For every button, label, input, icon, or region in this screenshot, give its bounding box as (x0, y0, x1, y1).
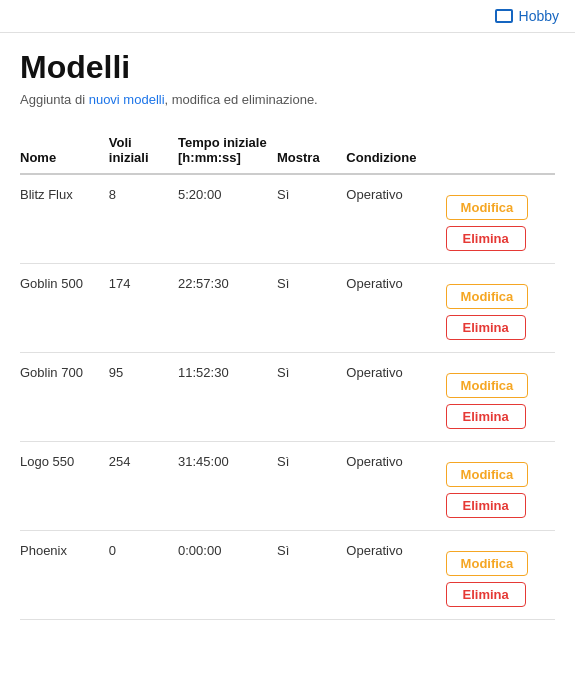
table-row: Blitz Flux 8 5:20:00 Sì Operativo Modifi… (20, 174, 555, 264)
modifica-button-3[interactable]: Modifica (446, 462, 529, 487)
cell-mostra-2: Sì (277, 353, 346, 442)
cell-tempo-0: 5:20:00 (178, 174, 277, 264)
cell-condizione-2: Operativo (346, 353, 445, 442)
cell-voli-1: 174 (109, 264, 178, 353)
cell-tempo-4: 0:00:00 (178, 531, 277, 620)
hobby-icon (495, 9, 513, 23)
subtitle: Aggiunta di nuovi modelli, modifica ed e… (20, 92, 555, 107)
cell-tempo-3: 31:45:00 (178, 442, 277, 531)
table-header-row: Nome Voli iniziali Tempo iniziale [h:mm:… (20, 127, 555, 174)
elimina-button-1[interactable]: Elimina (446, 315, 526, 340)
subtitle-suffix: , modifica ed eliminazione. (165, 92, 318, 107)
cell-nome-1: Goblin 500 (20, 264, 109, 353)
cell-voli-2: 95 (109, 353, 178, 442)
modifica-button-0[interactable]: Modifica (446, 195, 529, 220)
cell-nome-4: Phoenix (20, 531, 109, 620)
elimina-button-2[interactable]: Elimina (446, 404, 526, 429)
col-header-actions (446, 127, 555, 174)
subtitle-link[interactable]: nuovi modelli (89, 92, 165, 107)
cell-actions-4: Modifica Elimina (446, 531, 555, 620)
cell-nome-0: Blitz Flux (20, 174, 109, 264)
col-header-tempo: Tempo iniziale [h:mm:ss] (178, 127, 277, 174)
cell-actions-1: Modifica Elimina (446, 264, 555, 353)
col-header-mostra: Mostra (277, 127, 346, 174)
cell-tempo-2: 11:52:30 (178, 353, 277, 442)
page-title: Modelli (20, 49, 555, 86)
cell-actions-0: Modifica Elimina (446, 174, 555, 264)
cell-nome-2: Goblin 700 (20, 353, 109, 442)
table-row: Goblin 700 95 11:52:30 Sì Operativo Modi… (20, 353, 555, 442)
modifica-button-2[interactable]: Modifica (446, 373, 529, 398)
cell-actions-2: Modifica Elimina (446, 353, 555, 442)
table-row: Logo 550 254 31:45:00 Sì Operativo Modif… (20, 442, 555, 531)
top-bar: Hobby (0, 0, 575, 33)
cell-condizione-0: Operativo (346, 174, 445, 264)
cell-mostra-3: Sì (277, 442, 346, 531)
table-row: Goblin 500 174 22:57:30 Sì Operativo Mod… (20, 264, 555, 353)
modifica-button-4[interactable]: Modifica (446, 551, 529, 576)
cell-mostra-0: Sì (277, 174, 346, 264)
hobby-badge[interactable]: Hobby (495, 8, 559, 24)
col-header-condizione: Condizione (346, 127, 445, 174)
cell-voli-3: 254 (109, 442, 178, 531)
elimina-button-0[interactable]: Elimina (446, 226, 526, 251)
cell-mostra-1: Sì (277, 264, 346, 353)
table-row: Phoenix 0 0:00:00 Sì Operativo Modifica … (20, 531, 555, 620)
models-table: Nome Voli iniziali Tempo iniziale [h:mm:… (20, 127, 555, 620)
cell-nome-3: Logo 550 (20, 442, 109, 531)
cell-voli-4: 0 (109, 531, 178, 620)
hobby-label: Hobby (519, 8, 559, 24)
cell-mostra-4: Sì (277, 531, 346, 620)
cell-voli-0: 8 (109, 174, 178, 264)
col-header-nome: Nome (20, 127, 109, 174)
subtitle-prefix: Aggiunta di (20, 92, 89, 107)
modifica-button-1[interactable]: Modifica (446, 284, 529, 309)
col-header-voli: Voli iniziali (109, 127, 178, 174)
cell-condizione-1: Operativo (346, 264, 445, 353)
cell-tempo-1: 22:57:30 (178, 264, 277, 353)
main-content: Modelli Aggiunta di nuovi modelli, modif… (0, 33, 575, 636)
elimina-button-3[interactable]: Elimina (446, 493, 526, 518)
cell-condizione-3: Operativo (346, 442, 445, 531)
cell-condizione-4: Operativo (346, 531, 445, 620)
cell-actions-3: Modifica Elimina (446, 442, 555, 531)
elimina-button-4[interactable]: Elimina (446, 582, 526, 607)
